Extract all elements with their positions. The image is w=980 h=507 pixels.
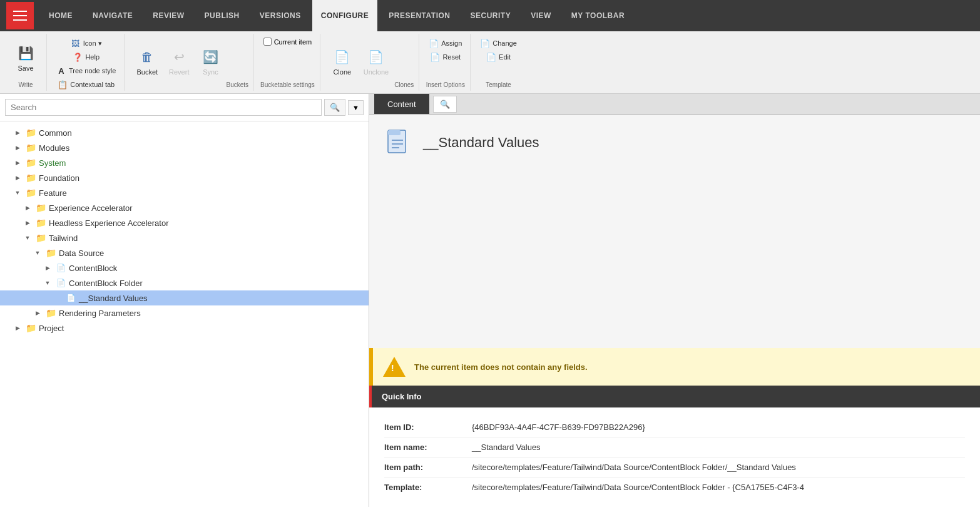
change-icon: 📄 <box>480 38 490 48</box>
tab-search[interactable]: 🔍 <box>433 96 457 113</box>
toggle-foundation[interactable]: ▶ <box>13 173 23 183</box>
change-button[interactable]: 📄 Change <box>477 36 520 50</box>
bucket-icon: 🗑 <box>137 47 157 67</box>
content-tabs: Content 🔍 <box>369 94 980 115</box>
search-bar: 🔍 ▼ <box>0 94 369 121</box>
toggle-data-source[interactable]: ▼ <box>33 248 43 258</box>
nav-navigate[interactable]: NAVIGATE <box>84 0 141 31</box>
nav-view[interactable]: VIEW <box>522 0 560 31</box>
ribbon-group-insert-options: 📄 Assign 📄 Reset Insert Options <box>421 34 471 91</box>
toggle-headless-experience-accelerator[interactable]: ▶ <box>23 218 33 228</box>
edit-button[interactable]: 📄 Edit <box>483 50 514 64</box>
label-project: Project <box>39 324 64 333</box>
save-icon: 💾 <box>16 43 36 63</box>
tree-node-style-button[interactable]: A Tree node style <box>53 64 119 78</box>
save-button[interactable]: 💾 Save <box>10 36 41 79</box>
help-button[interactable]: ❓ Help <box>69 50 103 64</box>
toggle-contentblock-folder[interactable]: ▼ <box>43 278 53 288</box>
nav-configure[interactable]: CONFIGURE <box>312 0 378 31</box>
nav-review[interactable]: REVIEW <box>144 0 193 31</box>
label-feature: Feature <box>39 188 67 198</box>
contextual-tab-button[interactable]: 📋 Contextual tab <box>54 78 118 91</box>
reset-button[interactable]: 📄 Reset <box>427 50 464 64</box>
search-input[interactable] <box>5 99 322 116</box>
tab-content[interactable]: Content <box>374 94 429 114</box>
info-row-template: Template: /sitecore/templates/Feature/Ta… <box>384 478 965 497</box>
icon-common: 📁 <box>25 127 36 138</box>
nav-my-toolbar[interactable]: MY TOOLBAR <box>563 0 633 31</box>
nav-security[interactable]: SECURITY <box>462 0 520 31</box>
label-foundation: Foundation <box>39 173 79 183</box>
toggle-feature[interactable]: ▼ <box>13 188 23 198</box>
buckets-group-label: Buckets <box>226 79 248 88</box>
tree-item-modules[interactable]: ▶ 📁 Modules <box>0 140 369 155</box>
right-panel: Content 🔍 __Standard Values <box>369 94 980 507</box>
icon-modules: 📁 <box>25 142 36 153</box>
item-id-value: {46BDF93A-4A4F-4C7F-B639-FD97BB22A296} <box>472 422 965 432</box>
tree-item-rendering-parameters[interactable]: ▶ 📁 Rendering Parameters <box>0 305 369 320</box>
left-panel: 🔍 ▼ ▶ 📁 Common ▶ 📁 Modules ▶ 📁 System <box>0 94 369 507</box>
search-button[interactable]: 🔍 <box>324 99 345 116</box>
tree-item-foundation[interactable]: ▶ 📁 Foundation <box>0 170 369 185</box>
help-icon: ❓ <box>73 52 83 62</box>
top-navigation: HOME NAVIGATE REVIEW PUBLISH VERSIONS CO… <box>0 0 980 31</box>
bucketable-group-label: Bucketable settings <box>260 79 315 88</box>
toggle-project[interactable]: ▶ <box>13 323 23 333</box>
tree-item-data-source[interactable]: ▼ 📁 Data Source <box>0 245 369 260</box>
info-row-item-name: Item name: __Standard Values <box>384 438 965 458</box>
label-modules: Modules <box>39 143 69 153</box>
label-common: Common <box>39 128 72 138</box>
save-label: Save <box>18 64 33 72</box>
tree-item-headless-experience-accelerator[interactable]: ▶ 📁 Headless Experience Accelerator <box>0 215 369 230</box>
current-item-checkbox-label[interactable]: Current item <box>261 36 315 47</box>
write-group-label: Write <box>18 79 33 88</box>
item-id-label: Item ID: <box>384 422 472 432</box>
tree-item-feature[interactable]: ▼ 📁 Feature <box>0 185 369 200</box>
ribbon-group-clones: 📄 Clone 📄 Unclone Clones <box>322 34 420 91</box>
toggle-modules[interactable]: ▶ <box>13 143 23 153</box>
tree-item-system[interactable]: ▶ 📁 System <box>0 155 369 170</box>
tree-item-contentblock-folder[interactable]: ▼ 📄 ContentBlock Folder <box>0 275 369 290</box>
assign-button[interactable]: 📄 Assign <box>426 36 465 50</box>
tree-item-standard-values[interactable]: 📄 __Standard Values <box>0 290 369 305</box>
toggle-experience-accelerator[interactable]: ▶ <box>23 203 33 213</box>
warning-banner: The current item does not contain any fi… <box>369 348 980 386</box>
reset-icon: 📄 <box>430 52 440 62</box>
item-name-label: Item name: <box>384 443 472 452</box>
tree-item-experience-accelerator[interactable]: ▶ 📁 Experience Accelerator <box>0 200 369 215</box>
nav-presentation[interactable]: PRESENTATION <box>380 0 459 31</box>
toggle-system[interactable]: ▶ <box>13 158 23 168</box>
sync-icon: 🔄 <box>200 47 220 67</box>
bucket-button[interactable]: 🗑 Bucket <box>131 39 163 84</box>
nav-publish[interactable]: PUBLISH <box>196 0 248 31</box>
unclone-icon: 📄 <box>366 47 386 67</box>
tree-item-tailwind[interactable]: ▼ 📁 Tailwind <box>0 230 369 245</box>
content-area: __Standard Values <box>369 115 980 348</box>
current-item-checkbox[interactable] <box>263 38 272 46</box>
clone-button[interactable]: 📄 Clone <box>327 39 358 84</box>
info-row-item-path: Item path: /sitecore/templates/Feature/T… <box>384 458 965 478</box>
tree-item-common[interactable]: ▶ 📁 Common <box>0 125 369 140</box>
quick-info-header: Quick Info <box>369 386 980 407</box>
tree-node-style-icon: A <box>56 66 66 76</box>
sync-button[interactable]: 🔄 Sync <box>195 39 226 84</box>
toggle-tailwind[interactable]: ▼ <box>23 233 33 243</box>
icon-experience-accelerator: 📁 <box>35 202 46 213</box>
nav-home[interactable]: HOME <box>40 0 81 31</box>
label-tailwind: Tailwind <box>49 233 78 243</box>
unclone-button[interactable]: 📄 Unclone <box>358 39 394 84</box>
label-experience-accelerator: Experience Accelerator <box>49 203 133 213</box>
toggle-rendering-parameters[interactable]: ▶ <box>33 308 43 318</box>
nav-versions[interactable]: VERSIONS <box>251 0 310 31</box>
tree-item-project[interactable]: ▶ 📁 Project <box>0 320 369 335</box>
icon-feature: 📁 <box>25 187 36 198</box>
search-dropdown-button[interactable]: ▼ <box>348 100 364 115</box>
hamburger-button[interactable] <box>6 2 34 29</box>
template-group-label: Template <box>486 79 511 88</box>
toggle-common[interactable]: ▶ <box>13 128 23 138</box>
appearance-row4: 📋 Contextual tab <box>54 78 118 91</box>
revert-button[interactable]: ↩ Revert <box>163 39 195 84</box>
tree-item-contentblock[interactable]: ▶ 📄 ContentBlock <box>0 260 369 275</box>
icon-button[interactable]: 🖼 Icon ▾ <box>68 36 105 50</box>
toggle-contentblock[interactable]: ▶ <box>43 263 53 273</box>
